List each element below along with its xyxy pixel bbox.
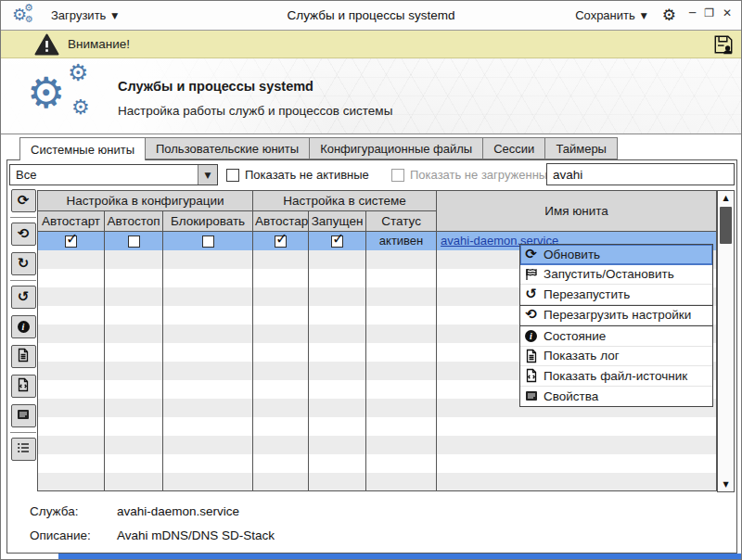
properties-icon bbox=[523, 388, 539, 403]
scroll-up-icon[interactable]: ▲ bbox=[718, 194, 734, 202]
scroll-down-icon[interactable]: ▼ bbox=[718, 480, 734, 489]
menu-item-properties[interactable]: Свойства bbox=[520, 387, 712, 407]
chevron-down-icon: ▼ bbox=[111, 11, 118, 20]
app-gears-icon: ⚙ ⚙ ⚙ bbox=[12, 5, 40, 27]
toolbar-restart-button[interactable]: ↻ bbox=[11, 252, 36, 275]
menu-item-label: Показать лог bbox=[544, 349, 620, 363]
menu-item-restart[interactable]: ↺Перезапустить bbox=[520, 285, 712, 305]
autostart-system-checkbox[interactable] bbox=[275, 235, 287, 248]
column-header-autostart-system[interactable]: Автостарт bbox=[253, 211, 309, 232]
page-subtitle: Настройка работы служб и процессов систе… bbox=[118, 104, 392, 118]
group-header-system: Настройка в системе bbox=[253, 191, 437, 211]
log-icon bbox=[16, 348, 31, 365]
menu-item-label: Перезагрузить настройки bbox=[544, 308, 691, 322]
column-header-running[interactable]: Запущен bbox=[309, 211, 366, 232]
minimize-button[interactable]: ─ bbox=[689, 7, 696, 19]
vertical-scrollbar[interactable]: ▲ ▼ bbox=[717, 190, 735, 492]
settings-gear-icon[interactable]: ⚙ bbox=[662, 7, 676, 23]
refresh-icon: ⟳ bbox=[18, 194, 30, 208]
running-checkbox[interactable] bbox=[331, 235, 343, 248]
menu-item-refresh[interactable]: ⟳Обновить bbox=[520, 245, 712, 265]
unit-details: Служба: avahi-daemon.service Описание: A… bbox=[30, 504, 275, 553]
properties-icon bbox=[16, 407, 31, 425]
column-header-autostart-config[interactable]: Автостарт bbox=[38, 211, 105, 232]
menu-item-label: Запустить/Остановить bbox=[544, 267, 674, 281]
context-menu: ⟳ОбновитьЗапустить/Остановить↺Перезапуст… bbox=[519, 244, 713, 407]
toolbar-list-button[interactable] bbox=[11, 438, 36, 461]
menu-item-label: Обновить bbox=[544, 248, 600, 261]
column-header-autostop[interactable]: Автостоп bbox=[105, 211, 163, 232]
unit-type-value: Все bbox=[10, 168, 198, 182]
toolbar-properties-button[interactable] bbox=[11, 404, 36, 427]
menu-item-reload-settings[interactable]: ⟲Перезагрузить настройки bbox=[520, 306, 712, 326]
autostop-checkbox[interactable] bbox=[128, 235, 140, 248]
undo-icon: ↺ bbox=[523, 287, 539, 301]
left-toolbar: ⟳⟲↻↺i bbox=[9, 189, 37, 461]
empty-table-row bbox=[38, 454, 717, 473]
reload-settings-icon: ⟲ bbox=[523, 308, 539, 322]
save-changes-icon[interactable] bbox=[712, 33, 735, 56]
tab-timers[interactable]: Таймеры bbox=[545, 137, 618, 159]
service-label: Служба: bbox=[30, 504, 117, 518]
menu-item-status[interactable]: iСостояние bbox=[520, 326, 712, 347]
checkbox-icon[interactable] bbox=[226, 169, 239, 182]
title-bar: ⚙ ⚙ ⚙ Загрузить ▼ Службы и процессы syst… bbox=[1, 1, 741, 31]
toolbar-source-button[interactable] bbox=[11, 375, 36, 398]
save-menu-label: Сохранить bbox=[575, 8, 635, 22]
scrollbar-thumb[interactable] bbox=[720, 207, 732, 244]
warning-triangle-icon bbox=[34, 33, 59, 56]
checkbox-icon bbox=[391, 169, 404, 182]
toolbar-log-button[interactable] bbox=[11, 345, 36, 368]
undo-icon: ↺ bbox=[18, 290, 30, 304]
filter-row: Все ▼ Показать не активные Показать не з… bbox=[7, 160, 736, 188]
maximize-button[interactable]: ❐ bbox=[704, 7, 714, 19]
column-header-status[interactable]: Статус bbox=[366, 211, 437, 232]
load-menu-button[interactable]: Загрузить ▼ bbox=[45, 6, 123, 25]
info-icon: i bbox=[523, 330, 539, 342]
menu-item-show-log[interactable]: Показать лог bbox=[520, 347, 712, 367]
tab-config-files[interactable]: Конфигурационные файлы bbox=[310, 137, 483, 159]
autostart-config-checkbox[interactable] bbox=[65, 235, 77, 248]
status-cell: активен bbox=[366, 232, 437, 250]
search-input[interactable] bbox=[546, 163, 735, 185]
log-icon bbox=[523, 349, 539, 363]
background-window-edge bbox=[58, 554, 741, 560]
menu-item-show-source[interactable]: Показать файл-источник bbox=[520, 366, 712, 387]
toolbar-separator bbox=[10, 217, 36, 218]
menu-item-label: Состояние bbox=[544, 329, 606, 343]
save-menu-button[interactable]: Сохранить ▼ bbox=[569, 6, 653, 25]
description-value: Avahi mDNS/DNS SD-Stack bbox=[117, 528, 275, 542]
chevron-down-icon[interactable]: ▼ bbox=[198, 165, 217, 185]
empty-table-row bbox=[38, 436, 717, 454]
menu-item-label: Перезапустить bbox=[544, 287, 630, 301]
tab-sessions[interactable]: Сессии bbox=[483, 137, 545, 159]
source-icon bbox=[523, 368, 539, 383]
show-inactive-checkbox[interactable]: Показать не активные bbox=[226, 164, 369, 185]
restart-icon: ↻ bbox=[18, 257, 30, 271]
list-icon bbox=[16, 440, 31, 458]
group-header-config: Настройка в конфигурации bbox=[38, 191, 253, 211]
empty-table-row bbox=[38, 473, 717, 491]
menu-item-label: Показать файл-источник bbox=[544, 369, 687, 383]
load-menu-label: Загрузить bbox=[51, 8, 106, 22]
close-button[interactable]: ✕ bbox=[723, 7, 732, 19]
description-label: Описание: bbox=[30, 528, 117, 542]
tab-system-units[interactable]: Системные юниты bbox=[19, 137, 146, 160]
show-unloaded-checkbox: Показать не загруженные bbox=[391, 164, 554, 185]
info-icon: i bbox=[18, 321, 30, 333]
unit-type-dropdown[interactable]: Все ▼ bbox=[9, 164, 218, 185]
toolbar-reload-settings-button[interactable]: ⟲ bbox=[11, 223, 36, 246]
column-header-unit-name[interactable]: Имя юнита bbox=[437, 191, 717, 232]
toolbar-separator bbox=[10, 432, 36, 433]
toolbar-separator bbox=[10, 280, 36, 281]
page-title: Службы и процессы systemd bbox=[118, 79, 313, 94]
toolbar-undo-button[interactable]: ↺ bbox=[11, 286, 36, 309]
tab-user-units[interactable]: Пользовательские юниты bbox=[146, 137, 310, 159]
block-checkbox[interactable] bbox=[202, 235, 214, 248]
column-header-block[interactable]: Блокировать bbox=[163, 211, 253, 232]
menu-item-label: Свойства bbox=[544, 389, 598, 403]
menu-item-start-stop[interactable]: Запустить/Остановить bbox=[520, 265, 712, 286]
chevron-down-icon: ▼ bbox=[641, 11, 647, 20]
toolbar-info-button[interactable]: i bbox=[11, 315, 36, 338]
toolbar-refresh-button[interactable]: ⟳ bbox=[11, 189, 36, 212]
